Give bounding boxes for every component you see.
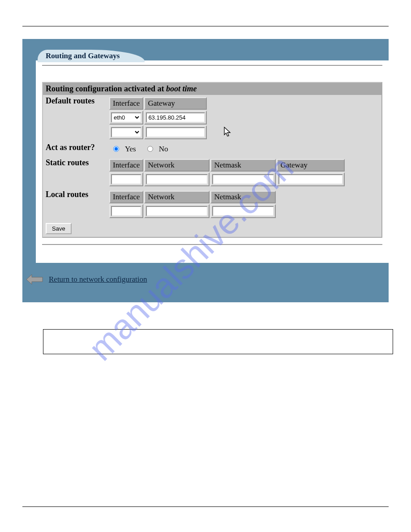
sr-row0-network-input[interactable] [146, 174, 208, 184]
dr-row0-interface-select[interactable]: eth0 [111, 112, 141, 123]
act-as-router-no-radio[interactable] [147, 146, 153, 152]
note-box [43, 329, 393, 354]
form-title-italic: boot time [166, 84, 197, 93]
sr-hdr-interface: Interface [109, 159, 143, 172]
lr-hdr-netmask: Netmask [210, 191, 276, 203]
act-as-router-no-label: No [159, 145, 168, 153]
static-routes-label: Static routes [43, 157, 106, 189]
dr-row1-gateway-input[interactable] [146, 127, 205, 137]
page-bottom-rule [22, 506, 389, 507]
act-as-router-yes-label: Yes [125, 145, 136, 153]
lr-hdr-interface: Interface [109, 191, 143, 203]
form-title-prefix: Routing configuration activated at [46, 84, 166, 93]
back-row: Return to network configuration [26, 274, 147, 285]
local-routes-table: Interface Network Netmask [108, 190, 277, 219]
static-routes-table: Interface Network Netmask Gateway [108, 158, 346, 187]
lr-row0-interface-input[interactable] [111, 206, 141, 216]
panel-top-rule [42, 65, 382, 66]
return-link[interactable]: Return to network configuration [49, 275, 147, 284]
arrow-left-icon [26, 274, 43, 285]
panel-bottom-rule [42, 244, 382, 245]
tab-title: Routing and Gateways [46, 51, 120, 60]
lr-row0-netmask-input[interactable] [212, 206, 274, 216]
act-as-router-yes-radio[interactable] [113, 146, 119, 152]
save-button[interactable]: Save [46, 223, 72, 234]
lr-row0-network-input[interactable] [146, 206, 208, 216]
sr-row0-interface-input[interactable] [111, 174, 141, 184]
dr-row0-gateway-input[interactable] [146, 112, 205, 123]
sr-hdr-gateway: Gateway [277, 159, 345, 172]
main-panel: Routing configuration activated at boot … [36, 60, 389, 263]
dr-row1-interface-select[interactable] [111, 127, 141, 137]
routing-form: Routing configuration activated at boot … [42, 82, 382, 238]
sr-row0-gateway-input[interactable] [278, 174, 343, 184]
cursor-icon [224, 127, 232, 137]
page-top-rule [22, 26, 389, 26]
act-as-router-label: Act as router? [43, 142, 106, 157]
app-window: Routing and Gateways Routing configurati… [22, 39, 389, 302]
default-routes-label: Default routes [43, 95, 106, 142]
page-tab: Routing and Gateways [38, 50, 145, 62]
sr-hdr-netmask: Netmask [210, 159, 276, 172]
sr-hdr-network: Network [144, 159, 210, 172]
dr-hdr-interface: Interface [109, 97, 143, 110]
dr-hdr-gateway: Gateway [144, 97, 207, 110]
form-title: Routing configuration activated at boot … [43, 83, 381, 95]
default-routes-table: Interface Gateway eth0 [108, 96, 208, 140]
lr-hdr-network: Network [144, 191, 210, 203]
local-routes-label: Local routes [43, 189, 106, 220]
sr-row0-netmask-input[interactable] [212, 174, 274, 184]
